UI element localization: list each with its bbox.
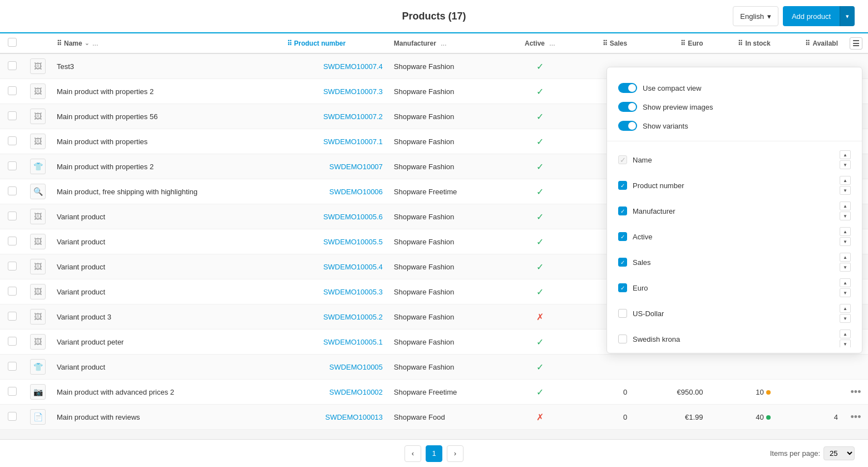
row-checkbox[interactable] (8, 237, 17, 245)
column-up-arrow-2[interactable]: ▲ (840, 201, 851, 210)
row-checkbox[interactable] (8, 387, 17, 396)
euro-header[interactable]: ⠿ Euro (633, 33, 708, 53)
product-thumbnail[interactable]: 🔍 (30, 184, 46, 199)
product-name-cell[interactable]: Variant product (51, 355, 282, 380)
column-up-arrow-7[interactable]: ▲ (840, 330, 851, 338)
active-cell: ✓ (506, 79, 574, 104)
product-name-cell[interactable]: Variant product (51, 204, 282, 229)
column-settings-icon[interactable]: … (441, 40, 447, 47)
column-up-arrow-0[interactable]: ▲ (840, 150, 851, 159)
column-up-arrow-1[interactable]: ▲ (840, 176, 851, 185)
product-name-cell[interactable]: Variant product (51, 279, 282, 304)
name-header[interactable]: ⠿ Name ⌄ … (51, 33, 282, 53)
column-checkbox-6[interactable] (618, 309, 627, 318)
column-visibility-header[interactable]: ☰ (844, 33, 868, 53)
row-checkbox[interactable] (8, 61, 17, 70)
product-thumbnail[interactable]: 👕 (30, 359, 46, 375)
name-col-label: Name (64, 40, 82, 47)
product-thumbnail[interactable]: 👕 (30, 159, 46, 174)
product-name-cell[interactable]: Variant product peter (51, 330, 282, 355)
column-down-arrow-7[interactable]: ▼ (840, 340, 851, 347)
column-down-arrow-2[interactable]: ▼ (840, 212, 851, 220)
column-up-arrow-4[interactable]: ▲ (840, 253, 851, 262)
select-all-header[interactable] (0, 33, 24, 53)
column-checkbox-7[interactable] (618, 335, 627, 343)
product-thumbnail[interactable]: 🖼 (30, 284, 46, 299)
column-down-arrow-1[interactable]: ▼ (840, 186, 851, 195)
product-thumbnail[interactable]: 📄 (30, 409, 46, 425)
product-name-cell[interactable]: Variant product (51, 254, 282, 279)
manufacturer-name: Shopware Fashion (394, 338, 454, 346)
toggle-switch-1[interactable] (618, 102, 637, 112)
row-checkbox[interactable] (8, 212, 17, 220)
add-product-dropdown-arrow[interactable]: ▾ (840, 6, 855, 26)
product-thumbnail[interactable]: 🖼 (30, 58, 46, 74)
column-down-arrow-0[interactable]: ▼ (840, 160, 851, 169)
column-down-arrow-6[interactable]: ▼ (840, 314, 851, 323)
row-checkbox[interactable] (8, 337, 17, 346)
sort-icon[interactable]: ⌄ (85, 40, 89, 46)
product-name-cell[interactable]: Main product with reviews (51, 405, 282, 430)
product-thumbnail[interactable]: 📷 (30, 384, 46, 400)
product-name-cell[interactable]: Test3 (51, 53, 282, 79)
column-checkbox-2[interactable]: ✓ (618, 207, 627, 215)
row-checkbox[interactable] (8, 161, 17, 170)
column-checkbox-0[interactable]: ✓ (618, 155, 627, 164)
product-thumbnail[interactable]: 🖼 (30, 309, 46, 325)
product-number-cell: SWDEMO10006 (282, 179, 388, 204)
product-thumbnail[interactable]: 🖼 (30, 109, 46, 124)
column-settings-icon[interactable]: … (92, 40, 98, 47)
toggle-switch-2[interactable] (618, 121, 637, 131)
column-checkbox-1[interactable]: ✓ (618, 181, 627, 190)
row-checkbox[interactable] (8, 111, 17, 120)
row-checkbox[interactable] (8, 362, 17, 371)
product-name-cell[interactable]: Main product, free shipping with highlig… (51, 179, 282, 204)
column-checkbox-5[interactable]: ✓ (618, 283, 627, 292)
product-thumbnail[interactable]: 🖼 (30, 134, 46, 149)
product-number-header[interactable]: ⠿ Product number (282, 33, 388, 53)
product-name-cell[interactable]: Variant product (51, 229, 282, 254)
active-header[interactable]: Active … (506, 33, 574, 53)
available-header[interactable]: ⠿ Availabl (776, 33, 844, 53)
column-down-arrow-4[interactable]: ▼ (840, 263, 851, 272)
column-settings-icon[interactable]: … (549, 40, 555, 47)
product-name-cell[interactable]: Main product with properties 2 (51, 154, 282, 179)
row-context-menu[interactable]: ••• (851, 411, 861, 422)
toggle-switch-0[interactable] (618, 83, 637, 93)
row-checkbox[interactable] (8, 86, 17, 95)
column-up-arrow-5[interactable]: ▲ (840, 278, 851, 287)
product-name-cell[interactable]: Main product with advanced prices 2 (51, 380, 282, 405)
product-thumbnail[interactable]: 🖼 (30, 334, 46, 350)
row-checkbox[interactable] (8, 262, 17, 271)
row-checkbox[interactable] (8, 312, 17, 321)
product-name-cell[interactable]: Main product with properties (51, 129, 282, 154)
product-thumbnail[interactable]: 🖼 (30, 209, 46, 224)
instock-header[interactable]: ⠿ In stock (709, 33, 776, 53)
column-checkbox-3[interactable]: ✓ (618, 232, 627, 241)
product-thumbnail[interactable]: 🖼 (30, 259, 46, 274)
product-thumbnail[interactable]: 🖼 (30, 234, 46, 249)
active-cell: ✓ (506, 53, 574, 79)
sales-header[interactable]: ⠿ Sales (574, 33, 633, 53)
column-up-arrow-6[interactable]: ▲ (840, 304, 851, 313)
row-checkbox[interactable] (8, 186, 17, 195)
column-checkbox-4[interactable]: ✓ (618, 258, 627, 267)
language-selector[interactable]: English ▾ (733, 6, 778, 26)
column-down-arrow-5[interactable]: ▼ (840, 288, 851, 297)
column-up-arrow-3[interactable]: ▲ (840, 227, 851, 236)
column-visibility-icon[interactable]: ☰ (850, 37, 862, 50)
add-product-button[interactable]: Add product (783, 6, 840, 26)
row-checkbox[interactable] (8, 136, 17, 145)
product-name-cell[interactable]: Main product with properties 56 (51, 104, 282, 129)
select-all-checkbox[interactable] (8, 38, 17, 47)
manufacturer-cell: Shopware Fashion (388, 304, 506, 330)
product-thumbnail[interactable]: 🖼 (30, 83, 46, 99)
row-checkbox[interactable] (8, 287, 17, 296)
row-checkbox[interactable] (8, 412, 17, 421)
manufacturer-header[interactable]: Manufacturer … (388, 33, 506, 53)
row-context-menu[interactable]: ••• (851, 386, 861, 397)
column-down-arrow-3[interactable]: ▼ (840, 237, 851, 246)
product-name-cell[interactable]: Main product with properties 2 (51, 79, 282, 104)
euro-cell (633, 355, 708, 380)
product-name-cell[interactable]: Variant product 3 (51, 304, 282, 330)
